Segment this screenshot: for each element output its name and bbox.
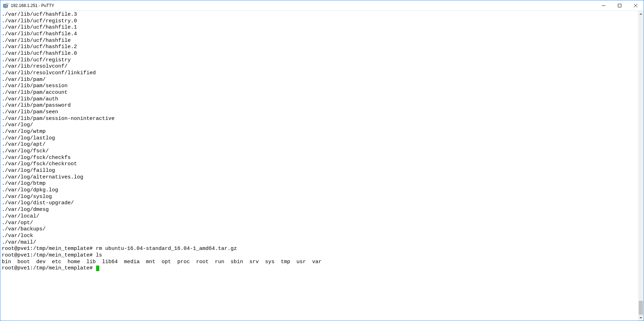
output-line: ./var/lib/ucf/hashfile.4	[2, 31, 636, 38]
output-line: ./var/log/dmesg	[2, 207, 636, 213]
output-line: ./var/lib/pam/auth	[2, 96, 636, 103]
output-line: ./var/lib/pam/	[2, 77, 636, 83]
terminal[interactable]: ./var/lib/ucf/hashfile.3./var/lib/ucf/re…	[0, 11, 638, 321]
output-line: ./var/lib/ucf/hashfile.1	[2, 24, 636, 31]
output-line: ./var/lock	[2, 233, 636, 239]
output-line: ./var/local/	[2, 213, 636, 220]
titlebar[interactable]: 192.168.1.251 - PuTTY	[0, 0, 644, 11]
output-line: ./var/lib/ucf/registry.0	[2, 18, 636, 25]
maximize-button[interactable]	[612, 0, 628, 10]
output-line: ./var/log/dist-upgrade/	[2, 200, 636, 207]
prompt-text: root@pve1:/tmp/mein_template#	[2, 265, 96, 271]
scroll-track[interactable]	[638, 17, 644, 315]
output-line: ./var/log/lastlog	[2, 135, 636, 142]
window-controls	[596, 0, 644, 10]
output-line: ./var/lib/ucf/hashfile.0	[2, 51, 636, 57]
output-line: ./var/log/fsck/	[2, 148, 636, 155]
close-button[interactable]	[628, 0, 644, 10]
client-area: ./var/lib/ucf/hashfile.3./var/lib/ucf/re…	[0, 11, 644, 321]
output-line: ./var/lib/resolvconf/	[2, 63, 636, 70]
output-line: ./var/opt/	[2, 220, 636, 227]
svg-point-4	[7, 6, 8, 7]
output-line: ./var/lib/pam/session	[2, 83, 636, 90]
output-line: ./var/lib/pam/session-noninteractive	[2, 116, 636, 122]
putty-icon	[3, 3, 9, 8]
prompt-line-active: root@pve1:/tmp/mein_template#	[2, 265, 636, 272]
cursor	[96, 266, 99, 271]
output-line: ./var/log/alternatives.log	[2, 174, 636, 181]
ls-output-line: bin boot dev etc home lib lib64 media mn…	[2, 259, 636, 266]
putty-window: 192.168.1.251 - PuTTY ./var/lib/ucf/hash…	[0, 0, 644, 321]
output-line: ./var/log/fsck/checkroot	[2, 161, 636, 168]
output-line: ./var/log/faillog	[2, 168, 636, 174]
output-line: ./var/lib/pam/password	[2, 102, 636, 109]
output-line: ./var/backups/	[2, 226, 636, 233]
output-line: ./var/log/wtmp	[2, 129, 636, 135]
output-line: ./var/log/fsck/checkfs	[2, 155, 636, 161]
scrollbar[interactable]	[638, 11, 644, 321]
output-line: ./var/lib/resolvconf/linkified	[2, 70, 636, 77]
output-line: ./var/log/syslog	[2, 194, 636, 200]
svg-rect-6	[618, 4, 621, 7]
output-line: ./var/lib/ucf/registry	[2, 57, 636, 64]
output-line: ./var/lib/pam/seen	[2, 109, 636, 116]
output-line: ./var/lib/pam/account	[2, 90, 636, 96]
output-line: ./var/log/btmp	[2, 181, 636, 187]
output-line: ./var/lib/ucf/hashfile.3	[2, 12, 636, 18]
output-line: ./var/lib/ucf/hashfile	[2, 38, 636, 44]
window-title: 192.168.1.251 - PuTTY	[11, 3, 54, 8]
minimize-button[interactable]	[596, 0, 612, 10]
output-line: ./var/log/dpkg.log	[2, 187, 636, 194]
svg-rect-2	[6, 3, 8, 5]
scroll-thumb[interactable]	[639, 301, 643, 315]
scroll-down-arrow[interactable]	[638, 315, 644, 321]
prompt-line: root@pve1:/tmp/mein_template# rm ubuntu-…	[2, 246, 636, 252]
prompt-line: root@pve1:/tmp/mein_template# ls	[2, 252, 636, 259]
scroll-up-arrow[interactable]	[638, 11, 644, 17]
output-line: ./var/mail/	[2, 239, 636, 246]
output-line: ./var/lib/ucf/hashfile.2	[2, 44, 636, 51]
output-line: ./var/log/apt/	[2, 142, 636, 148]
output-line: ./var/log/	[2, 122, 636, 129]
